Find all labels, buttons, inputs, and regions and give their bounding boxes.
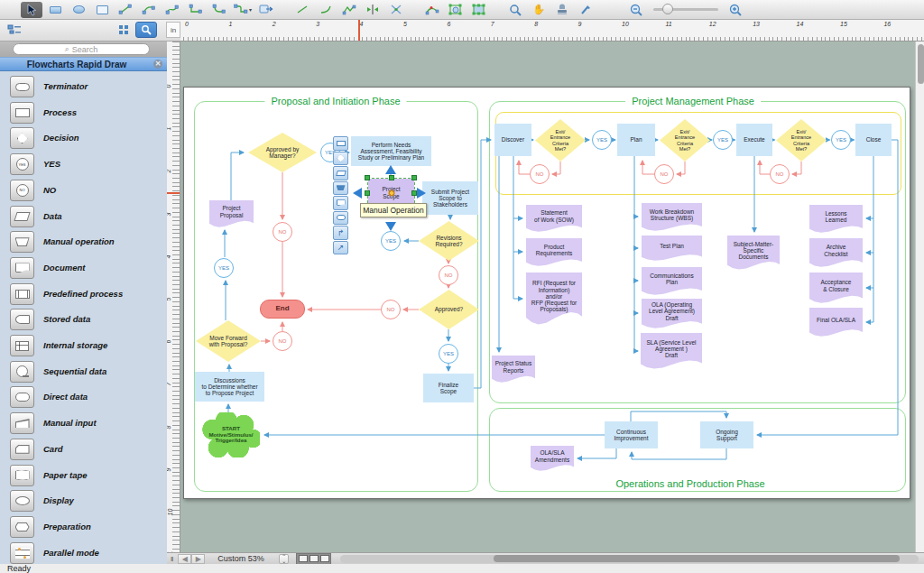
direct-connector-button[interactable] [115,2,136,18]
node-no-manager[interactable]: NO [273,222,292,242]
node-yes-pm-2[interactable]: YES [713,130,733,150]
node-plan[interactable]: Plan [617,124,655,156]
sidebar-item-manual-operation[interactable]: Manual operation [0,230,167,255]
palette-terminator-button[interactable] [333,211,348,226]
rapid-draw-down-arrow[interactable] [385,222,396,231]
paper-tape-shape-button[interactable] [10,465,34,486]
grid-view-button[interactable] [114,22,134,38]
parallel-mode-shape-button[interactable] [10,542,34,564]
data-shape-button[interactable] [10,206,34,227]
eyedropper-tool-button[interactable] [575,2,596,18]
node-no-revisions[interactable]: NO [439,265,458,285]
node-yes-pm-3[interactable]: YES [831,130,851,150]
node-close[interactable]: Close [855,124,892,156]
text-tool-button[interactable] [91,2,113,18]
no-shape-button[interactable]: NO [10,180,34,201]
node-no-move[interactable]: NO [273,331,292,351]
predefined-process-shape-button[interactable] [10,283,34,305]
node-execute[interactable]: Execute [736,124,772,156]
sidebar-item-predefined-process[interactable]: Predefined process [0,282,167,308]
stored-data-shape-button[interactable] [10,309,34,330]
reshape-tool-button[interactable] [421,2,443,18]
polyline-tool-button[interactable] [338,2,360,18]
sequential-data-shape-button[interactable] [10,361,34,383]
stamp-tool-button[interactable] [551,2,573,18]
sidebar-item-internal-storage[interactable]: Internal storage [0,334,167,359]
library-header[interactable]: Flowcharts Rapid Draw ✕ [0,57,167,71]
sidebar-item-stored-data[interactable]: Stored data [0,308,167,333]
vertical-scrollbar[interactable] [915,42,924,552]
rapid-draw-up-arrow[interactable] [385,165,396,174]
flip-tool-button[interactable] [362,2,383,18]
rotation-pin[interactable] [388,189,394,196]
smart-connector-button[interactable] [185,2,207,18]
node-yes-move[interactable]: YES [214,258,234,278]
sidebar-item-terminator[interactable]: Terminator [0,75,167,100]
transform-group-button[interactable] [468,2,490,18]
panel-search-button[interactable] [135,22,157,38]
horizontal-scrollbar-thumb[interactable] [494,555,900,562]
horizontal-scrollbar[interactable] [340,555,919,563]
sidebar-item-card[interactable]: Card [0,438,167,463]
palette-decision-button[interactable] [333,152,348,166]
sidebar-item-decision[interactable]: Decision [0,126,167,152]
sidebar-item-direct-data[interactable]: Direct data [0,385,167,411]
selection-handle[interactable] [389,175,394,180]
handles-tool-button[interactable] [385,2,407,18]
node-no-pm-3[interactable]: NO [770,164,790,184]
internal-storage-shape-button[interactable] [10,335,34,356]
palette-direct-connector-button[interactable]: ↗ [333,241,348,255]
zoom-level-select[interactable]: Custom 53% [214,554,279,563]
palette-manual-operation-button[interactable] [333,181,348,196]
shape-connector-button[interactable] [255,2,277,18]
arc-tool-button[interactable] [315,2,337,18]
node-discover[interactable]: Discover [494,124,531,156]
edit-group-button[interactable] [445,2,467,18]
page-view-buttons[interactable] [296,553,331,565]
node-ongoing-support[interactable]: Ongoing Support [700,421,753,448]
sidebar-item-display[interactable]: Display [0,489,167,514]
zoom-slider-knob[interactable] [662,4,673,14]
palette-document-button[interactable] [333,196,348,210]
yes-shape-button[interactable]: YES [10,153,34,175]
search-input[interactable]: ⌕ Search [13,43,150,55]
sidebar-item-paper-tape[interactable]: Paper tape [0,464,167,489]
manual-operation-shape-button[interactable] [10,231,34,253]
sidebar-item-sequential-data[interactable]: Sequential data [0,360,167,385]
node-perform-needs[interactable]: Perform Needs Assessment, Feasibility St… [351,136,431,166]
node-no-pm-2[interactable]: NO [654,164,674,184]
zoom-slider[interactable] [653,8,718,11]
selection-handle[interactable] [411,175,417,180]
decision-shape-button[interactable] [10,127,34,149]
direct-data-shape-button[interactable] [10,386,34,408]
node-yes-pm-1[interactable]: YES [592,130,612,150]
library-tree-button[interactable] [3,22,26,38]
page-thumb[interactable] [320,555,329,562]
terminator-shape-button[interactable] [10,76,34,97]
node-end[interactable]: End [260,300,305,319]
page-thumb[interactable] [299,555,308,562]
rapid-draw-right-arrow[interactable] [417,188,426,199]
rectangle-tool-button[interactable] [44,2,66,18]
pointer-tool-button[interactable] [21,2,42,18]
sidebar-item-process[interactable]: Process [0,101,167,126]
node-yes-revisions[interactable]: YES [381,231,401,251]
arc-connector-button[interactable] [138,2,160,18]
line-tool-button[interactable] [291,2,313,18]
node-discussions[interactable]: Discussions to Determine whether to Prop… [195,372,264,402]
sidebar-item-manual-input[interactable]: Manual input [0,411,167,437]
card-shape-button[interactable] [10,439,34,460]
node-finalize-scope[interactable]: Finalize Scope [423,374,474,402]
node-no-pm-1[interactable]: NO [530,164,550,184]
document-shape-button[interactable] [10,257,34,279]
node-yes-approved[interactable]: YES [439,344,458,364]
vertical-scrollbar-thumb[interactable] [918,44,924,84]
rounded-connector-button[interactable]: ▾ [232,2,254,18]
node-continuous-improvement[interactable]: Continuous Improvement [605,421,658,448]
palette-elbow-connector-button[interactable]: ↱ [333,226,348,240]
zoom-stepper[interactable]: ⌃⌄ [279,554,289,564]
ellipse-tool-button[interactable] [68,2,89,18]
sidebar-item-yes[interactable]: YESYES [0,152,167,178]
page-thumb[interactable] [310,555,319,562]
zoom-out-button[interactable] [625,2,647,18]
